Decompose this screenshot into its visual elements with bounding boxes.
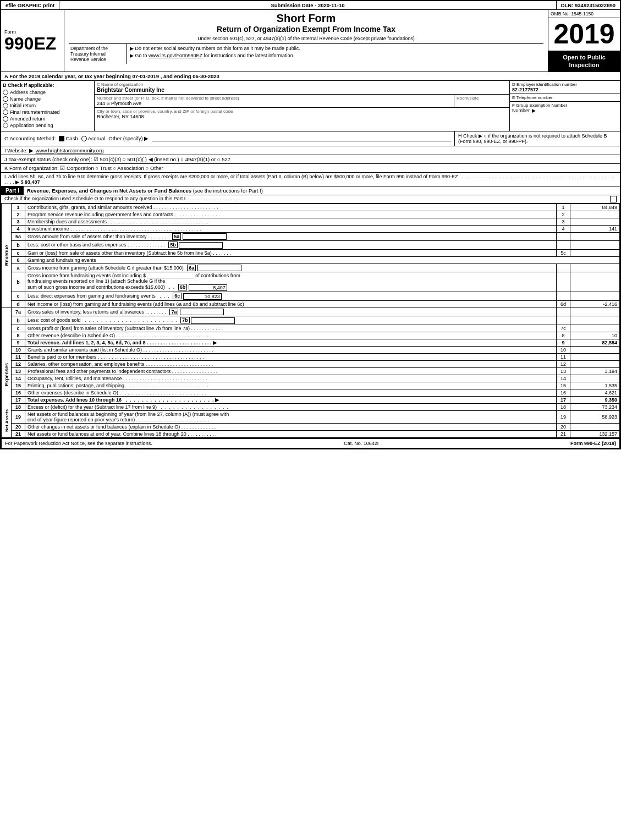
paperwork-notice: For Paperwork Reduction Act Notice, see … [5, 441, 152, 446]
table-row: 9 Total revenue. Add lines 1, 2, 3, 4, 5… [2, 339, 620, 346]
table-row: 12 Salaries, other compensation, and emp… [2, 360, 620, 367]
table-row: 2 Program service revenue including gove… [2, 211, 620, 218]
table-row: 11 Benefits paid to or for members . . .… [2, 353, 620, 360]
table-row: 6 Gaming and fundraising events [2, 256, 620, 263]
table-row: 7a Gross sales of inventory, less return… [2, 308, 620, 316]
table-row: 8 Other revenue (describe in Schedule O)… [2, 332, 620, 339]
org-city: Rochester, NY 14608 [97, 114, 507, 119]
org-name-label: C Name of organization [97, 82, 507, 87]
notice2: ▶ Go to www.irs.gov/Form990EZ for instru… [130, 53, 540, 58]
schedule-b-notice: H Check ▶ ○ if the organization is not r… [458, 133, 607, 144]
address-change-check[interactable]: Address change [3, 90, 92, 95]
section-a-text: A For the 2019 calendar year, or tax yea… [4, 73, 219, 79]
return-title: Return of Organization Exempt From Incom… [69, 25, 543, 34]
tax-status-options: ☑ 501(c)(3) ○ 501(c)( ) ◀ (insert no.) ○… [94, 156, 230, 162]
table-row: 5a Gross amount from sale of assets othe… [2, 232, 620, 241]
table-row: c Gross profit or (loss) from sales of i… [2, 325, 620, 332]
ein-value: 82-2177572 [512, 87, 618, 92]
group-exemption-label: F Group Exemption Number [512, 103, 618, 108]
table-row: b Gross income from fundraising events (… [2, 272, 620, 292]
org-address: 244 S Plymouth Ave [97, 101, 452, 106]
table-row: 20 Other changes in net assets or fund b… [2, 423, 620, 430]
group-num-label: Number [512, 108, 530, 113]
short-form-title: Short Form [69, 12, 543, 25]
cat-number: Cat. No. 10642I [344, 441, 378, 446]
part1-label: Part I [1, 186, 24, 195]
efile-label: efile GRAPHIC print [1, 1, 59, 9]
application-pending-check[interactable]: Application pending [3, 123, 92, 128]
notice1: ▶ Do not enter social security numbers o… [130, 46, 540, 51]
net-assets-section-tab: Net Assets [2, 403, 12, 437]
table-row: c Less: direct expenses from gaming and … [2, 292, 620, 301]
dln-label: DLN: 93492315022890 [557, 1, 620, 9]
section-b-label: B Check if applicable: [3, 83, 92, 88]
other-accounting: Other (specify) ▶ [108, 135, 149, 141]
table-row: 19 Net assets or fund balances at beginn… [2, 410, 620, 423]
line-l-amount: 93,407 [25, 179, 40, 185]
table-row: 13 Professional fees and other payments … [2, 367, 620, 375]
initial-return-check[interactable]: Initial return [3, 103, 92, 108]
address-label: Number and street (or P. O. box, if mail… [97, 96, 452, 101]
tax-status-label: J Tax-exempt status (check only one): [4, 156, 92, 162]
room-label: Room/suite [457, 96, 507, 101]
accrual-checkbox[interactable]: Accrual [81, 135, 106, 141]
form-of-org-label: K Form of organization: [4, 165, 59, 171]
open-to-public-box: Open to Public Inspection [548, 51, 620, 72]
schedule-o-check-text: Check if the organization used Schedule … [4, 196, 240, 202]
form-990ez-label: Form 990-EZ (2019) [570, 441, 616, 446]
line-l-arrow: ▶ $ [15, 179, 24, 185]
cash-checkbox[interactable]: Cash [59, 135, 78, 141]
table-row: 3 Membership dues and assessments . . . … [2, 218, 620, 225]
subtitle-text: Under section 501(c), 527, or 4947(a)(1)… [69, 36, 543, 41]
table-row: 15 Printing, publications, postage, and … [2, 382, 620, 389]
amended-return-check[interactable]: Amended return [3, 116, 92, 122]
website-url[interactable]: www.brightstarcommunity.org [36, 147, 104, 153]
table-row: 16 Other expenses (describe in Schedule … [2, 389, 620, 396]
table-row: c Gain or (loss) from sale of assets oth… [2, 249, 620, 256]
omb-number: OMB No. 1545-1150 [548, 10, 620, 18]
table-row: 4 Investment income . . . . . . . . . . … [2, 225, 620, 232]
table-row: a Gross income from gaming (attach Sched… [2, 263, 620, 272]
city-label: City or town, state or province, country… [97, 109, 507, 114]
table-row: 17 Total expenses. Add lines 10 through … [2, 396, 620, 403]
line-l-text: L Add lines 5b, 6c, and 7b to line 9 to … [4, 174, 458, 179]
table-row: 14 Occupancy, rent, utilities, and maint… [2, 375, 620, 382]
table-row: b Less: cost or other basis and sales ex… [2, 241, 620, 250]
phone-label: E Telephone number [512, 95, 618, 100]
table-row: b Less: cost of goods sold . . . . . . .… [2, 316, 620, 325]
org-name: Brightstar Community Inc [97, 87, 507, 93]
name-change-check[interactable]: Name change [3, 96, 92, 102]
expenses-section-tab: Expenses [2, 346, 12, 403]
table-row: Expenses 10 Grants and similar amounts p… [2, 346, 620, 353]
part1-subtitle: Revenue, Expenses, and Changes in Net As… [27, 188, 620, 194]
irs-url[interactable]: www.irs.gov/Form990EZ [149, 53, 202, 58]
form-of-org-options: ☑ Corporation ○ Trust ○ Association ○ Ot… [60, 165, 163, 171]
accounting-label: G Accounting Method: [4, 135, 56, 141]
table-row: 21 Net assets or fund balances at end of… [2, 430, 620, 437]
website-label: I Website: ▶ [4, 147, 34, 153]
final-return-check[interactable]: Final return/terminated [3, 109, 92, 115]
dept-name: Department of the Treasury Internal Reve… [69, 44, 127, 64]
table-row: d Net income or (loss) from gaming and f… [2, 300, 620, 308]
table-row: Net Assets 18 Excess or (deficit) for th… [2, 403, 620, 410]
submission-date: Submission Date - 2020-11-10 [59, 1, 557, 9]
form-number: 990EZ [4, 35, 56, 52]
schedule-o-checkbox[interactable] [610, 196, 617, 202]
ein-label: D Employer identification number [512, 82, 618, 87]
year-display: 2019 [548, 18, 620, 51]
revenue-section-tab: Revenue [2, 204, 12, 308]
table-row: Revenue 1 Contributions, gifts, grants, … [2, 204, 620, 211]
